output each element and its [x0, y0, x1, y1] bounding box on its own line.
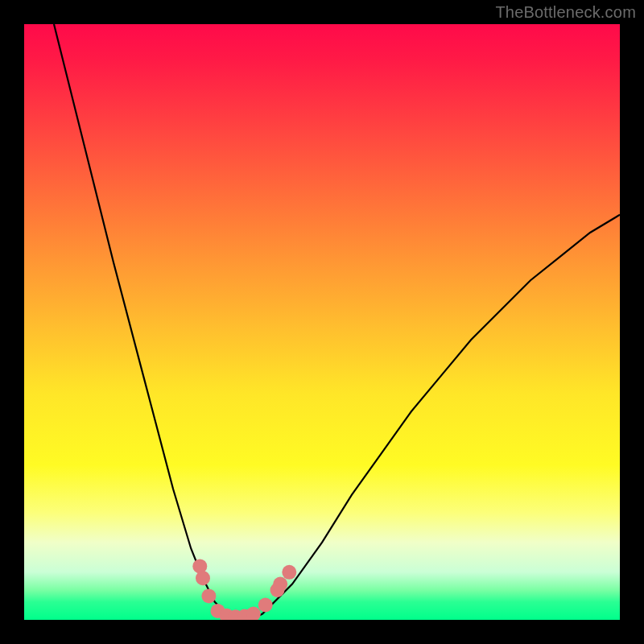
highlight-dot [282, 565, 296, 580]
highlight-dot [273, 577, 287, 592]
highlight-dot [196, 571, 210, 585]
curve-layer [54, 24, 620, 620]
outer-frame: TheBottleneck.com [0, 0, 644, 644]
bottleneck-curve-path [54, 24, 620, 620]
plot-area [24, 24, 620, 620]
chart-svg [24, 24, 620, 620]
highlight-dot [246, 607, 261, 620]
highlight-dot [258, 598, 273, 613]
watermark-text: TheBottleneck.com [495, 3, 636, 22]
highlight-dot [201, 588, 216, 603]
marker-layer [192, 559, 296, 620]
